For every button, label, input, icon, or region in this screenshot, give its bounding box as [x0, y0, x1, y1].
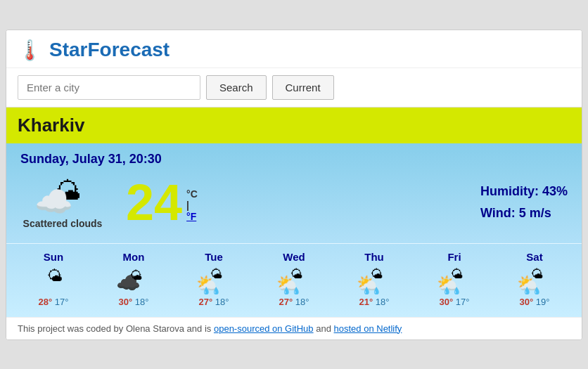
day-label-wed: Wed [283, 251, 305, 263]
forecast-day-sun: Sun 🌤 28° 17° [18, 251, 89, 307]
footer: This project was coded by Olena Starova … [6, 317, 582, 339]
forecast-day-thu: Thu 🌤 ⛅ 💧💧 21° 18° [339, 251, 409, 307]
forecast-icon-thu: 🌤 ⛅ 💧💧 [357, 267, 392, 294]
forecast-day-sat: Sat 🌤 ⛅ 💧💧 30° 19° [499, 251, 570, 307]
app-title: StarForecast [49, 39, 170, 61]
day-temps-mon: 30° 18° [119, 297, 149, 307]
footer-text-between: and [316, 323, 333, 334]
search-bar: Search Current [6, 68, 582, 108]
city-name-bar: Kharkiv [6, 108, 582, 143]
forecast-icon-sun: 🌤 [36, 267, 71, 294]
day-temps-tue: 27° 18° [199, 297, 229, 307]
forecast-day-fri: Fri 🌤 ⛅ 💧💧 30° 17° [419, 251, 490, 307]
day-label-mon: Mon [123, 251, 145, 263]
forecast-section: Sun 🌤 28° 17° Mon ☁️ 🌤 30° 18° [6, 243, 582, 317]
day-temps-thu: 21° 18° [359, 297, 390, 307]
day-temps-fri: 30° 17° [440, 297, 470, 307]
app-container: 🌡️ StarForecast Search Current Kharkiv S… [6, 30, 582, 340]
day-temps-wed: 27° 18° [279, 297, 309, 307]
forecast-icon-sat: 🌤 ⛅ 💧💧 [517, 267, 552, 294]
footer-netlify-link[interactable]: hosted on Netlify [334, 323, 402, 334]
current-date: Sunday, Julay 31, 20:30 [20, 152, 568, 167]
day-label-sun: Sun [44, 251, 63, 263]
wind-label: Wind: 5 m/s [480, 202, 568, 224]
forecast-grid: Sun 🌤 28° 17° Mon ☁️ 🌤 30° 18° [13, 251, 575, 307]
day-label-tue: Tue [205, 251, 223, 263]
search-button[interactable]: Search [206, 75, 267, 100]
fahrenheit-unit[interactable]: °F [186, 211, 198, 222]
unit-separator: | [186, 200, 198, 211]
forecast-icon-fri: 🌤 ⛅ 💧💧 [437, 267, 472, 294]
search-input[interactable] [18, 75, 200, 100]
forecast-day-tue: Tue 🌤 ⛅ 💧💧 27° 18° [179, 251, 249, 307]
forecast-icon-mon: ☁️ 🌤 [116, 267, 151, 294]
temperature-units: °C | °F [186, 188, 198, 222]
footer-text-before: This project was coded by Olena Starova … [18, 323, 214, 334]
cloud-part-icon: ☁️ [34, 183, 73, 220]
footer-github-link[interactable]: open-sourced on GitHub [214, 323, 314, 334]
weather-main: Sunday, Julay 31, 20:30 🌤 ☁️ Scattered c… [6, 143, 582, 243]
forecast-icon-tue: 🌤 ⛅ 💧💧 [196, 267, 231, 294]
forecast-icon-wed: 🌤 ⛅ 💧💧 [276, 267, 312, 294]
day-label-fri: Fri [447, 251, 461, 263]
city-name: Kharkiv [18, 115, 84, 136]
humidity-label: Humidity: 43% [480, 181, 568, 202]
scattered-cloud-icon: 🌤 ☁️ [34, 176, 91, 215]
day-label-sat: Sat [526, 251, 542, 263]
day-temps-sun: 28° 17° [39, 297, 69, 307]
forecast-day-mon: Mon ☁️ 🌤 30° 18° [98, 251, 169, 307]
weather-details: 🌤 ☁️ Scattered clouds 24 °C | °F Humidit… [20, 176, 568, 229]
day-label-thu: Thu [364, 251, 384, 263]
temperature-area: 24 °C | °F [126, 177, 253, 228]
logo-icon: 🌡️ [18, 39, 42, 62]
header: 🌡️ StarForecast [6, 30, 582, 68]
forecast-day-wed: Wed 🌤 ⛅ 💧💧 27° 18° [259, 251, 329, 307]
day-temps-sat: 30° 19° [520, 297, 550, 307]
humidity-wind-area: Humidity: 43% Wind: 5 m/s [480, 181, 568, 224]
weather-icon-area: 🌤 ☁️ Scattered clouds [20, 176, 105, 229]
current-button[interactable]: Current [272, 75, 334, 100]
celsius-unit: °C [186, 188, 198, 200]
temperature-value: 24 [126, 177, 182, 228]
